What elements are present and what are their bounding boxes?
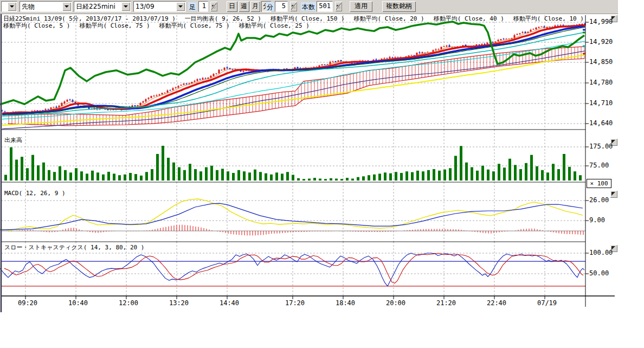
time-axis-label: 18:40 [332,299,358,307]
macd-axis-label: 9.00 [589,216,621,224]
time-axis-label: 14:40 [216,299,242,307]
time-axis-label: 22:40 [484,299,510,307]
price-axis-label: 14,990 [589,18,621,25]
header-indicator-item: 移動平均( Close, 10 ) [513,15,584,22]
time-axis-label: 20:00 [383,299,409,307]
price-axis-label: 14,640 [589,119,621,127]
header-indicator-item: 移動平均( Close, 75 ) [79,22,150,29]
time-axis-label: 10:40 [65,299,91,307]
price-axis-label: 14,780 [589,79,621,86]
macd-pane-label: MACD( 12, 26, 9 ) [4,190,66,197]
time-axis-label: 09:20 [15,299,41,307]
stoch-axis-label: 100.00 [589,249,621,256]
volume-pane-label: 出来高 [4,136,22,144]
price-axis-label: 14,710 [589,99,621,107]
price-axis-label: 14,850 [589,58,621,66]
time-axis-label: 07/19 [534,299,560,307]
time-axis-label: 21:20 [433,299,459,307]
stoch-axis-label: 50.00 [589,269,621,277]
header-indicator-item: 移動平均( Close, 20 ) [354,15,424,22]
header-indicator-item: 移動平均( Close, 75 ) [159,22,230,29]
chart-window: 先物 日経225mini 13/09 足 1 日週月分T 分 5 本数 501 … [0,0,644,348]
macd-axis-label: 26.00 [589,196,621,204]
chart-header-line2: 移動平均( Close, 5 )移動平均( Close, 75 )移動平均( C… [3,22,319,30]
time-axis-label: 17:20 [282,299,308,307]
volume-multiplier-badge: × 100 [587,179,611,188]
header-indicator-item: 移動平均( Close, 25 ) [239,22,310,29]
time-axis-label: 13:20 [166,299,192,307]
volume-axis-label: 75.00 [589,162,621,169]
volume-axis-label: 175.00 [589,143,621,150]
price-axis-label: 14,920 [589,38,621,46]
time-axis-label: 12:00 [115,299,141,307]
header-indicator-item: 移動平均( Close, 40 ) [434,15,504,22]
header-indicator-item: 移動平均( Close, 5 ) [3,22,70,29]
stoch-pane-label: スロー・ストキャスティクス( 14, 3, 80, 20 ) [4,243,144,252]
